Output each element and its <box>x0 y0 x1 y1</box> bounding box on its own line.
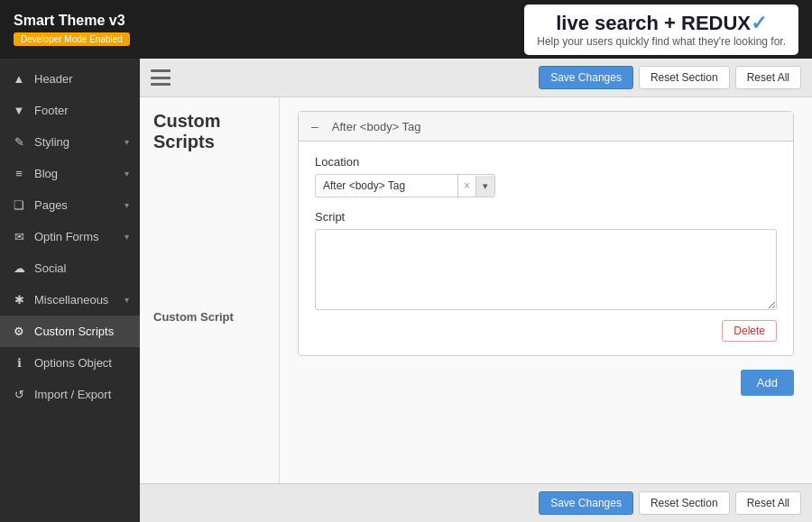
top-reset-all-button[interactable]: Reset All <box>735 66 801 89</box>
delete-button[interactable]: Delete <box>722 320 777 342</box>
footer-icon: ▼ <box>11 104 27 117</box>
script-card-body: Location After <body> Tag × ▾ Script Del… <box>299 142 793 355</box>
location-label: Location <box>315 155 777 169</box>
script-card-header: – After <body> Tag <box>299 112 793 142</box>
location-select-clear-button[interactable]: × <box>457 175 475 197</box>
optin-forms-arrow: ▾ <box>125 232 129 242</box>
bottom-action-bar: Save Changes Reset Section Reset All <box>140 483 812 522</box>
location-select-wrapper: After <body> Tag × ▾ <box>315 174 495 197</box>
styling-arrow: ▾ <box>125 137 129 147</box>
script-card: – After <body> Tag Location After <body>… <box>298 111 794 356</box>
section-content: – After <body> Tag Location After <body>… <box>280 97 812 483</box>
sidebar-label-miscellaneous: Miscellaneous <box>34 293 108 307</box>
script-label: Script <box>315 210 777 224</box>
page-heading: Custom Scripts <box>153 111 265 152</box>
sidebar-item-blog[interactable]: ≡ Blog ▾ <box>0 158 140 189</box>
sidebar-label-footer: Footer <box>34 104 69 117</box>
sidebar-label-header: Header <box>34 72 73 86</box>
location-select-dropdown-button[interactable]: ▾ <box>475 176 494 197</box>
sidebar-label-pages: Pages <box>34 198 68 212</box>
header-icon: ▲ <box>11 72 27 86</box>
sidebar-label-import-export: Import / Export <box>34 388 111 401</box>
sidebar-item-social[interactable]: ☁ Social <box>0 252 140 284</box>
section-label: Custom Script <box>153 310 265 324</box>
hamburger-line-1 <box>151 69 171 72</box>
ad-title: live search + REDUX✓ <box>537 12 786 35</box>
script-card-title: After <body> Tag <box>332 120 421 133</box>
social-icon: ☁ <box>11 261 27 275</box>
location-select-text: After <body> Tag <box>316 175 457 197</box>
pages-icon: ❑ <box>11 198 27 212</box>
sidebar-item-options-object[interactable]: ℹ Options Object <box>0 347 140 379</box>
bottom-reset-all-button[interactable]: Reset All <box>735 491 801 515</box>
sidebar-label-optin-forms: Optin Forms <box>34 230 99 243</box>
collapse-button[interactable]: – <box>311 119 318 133</box>
sidebar-label-styling: Styling <box>34 135 69 149</box>
hamburger-icon[interactable] <box>151 69 171 86</box>
sidebar-item-miscellaneous[interactable]: ✱ Miscellaneous ▾ <box>0 284 140 316</box>
ad-banner[interactable]: live search + REDUX✓ Help your users qui… <box>524 5 798 55</box>
sidebar: ▲ Header ▼ Footer ✎ Styling ▾ ≡ Blog ▾ ❑… <box>0 59 140 522</box>
import-export-icon: ↺ <box>11 388 27 401</box>
styling-icon: ✎ <box>11 135 27 149</box>
sidebar-label-custom-scripts: Custom Scripts <box>34 325 114 338</box>
sidebar-item-custom-scripts[interactable]: ⚙ Custom Scripts <box>0 316 140 347</box>
content-body: Custom Scripts Custom Script – After <bo… <box>140 97 812 483</box>
add-btn-wrapper: Add <box>298 370 794 396</box>
bottom-save-changes-button[interactable]: Save Changes <box>539 491 633 515</box>
sidebar-item-footer[interactable]: ▼ Footer <box>0 95 140 126</box>
theme-title-row: Smart Theme v3 <box>14 13 130 29</box>
blog-icon: ≡ <box>11 167 27 180</box>
sidebar-label-blog: Blog <box>34 167 58 180</box>
sidebar-label-options-object: Options Object <box>34 356 112 370</box>
sidebar-item-pages[interactable]: ❑ Pages ▾ <box>0 189 140 221</box>
sidebar-item-import-export[interactable]: ↺ Import / Export <box>0 379 140 410</box>
action-bar-left <box>151 69 171 86</box>
theme-name: Smart Theme v3 <box>14 13 125 28</box>
pages-arrow: ▾ <box>125 200 129 210</box>
blog-arrow: ▾ <box>125 169 129 179</box>
sidebar-item-header[interactable]: ▲ Header <box>0 63 140 95</box>
optin-forms-icon: ✉ <box>11 230 27 243</box>
dev-mode-badge: Developer Mode Enabled <box>14 32 130 46</box>
ad-subtitle: Help your users quickly find what they'r… <box>537 35 786 48</box>
theme-info: Smart Theme v3 Developer Mode Enabled <box>14 13 130 46</box>
top-save-changes-button[interactable]: Save Changes <box>539 66 633 89</box>
bottom-reset-section-button[interactable]: Reset Section <box>639 491 730 515</box>
top-action-bar: Save Changes Reset Section Reset All <box>140 59 812 97</box>
miscellaneous-icon: ✱ <box>11 293 27 307</box>
main-layout: ▲ Header ▼ Footer ✎ Styling ▾ ≡ Blog ▾ ❑… <box>0 59 812 522</box>
custom-scripts-icon: ⚙ <box>11 325 27 338</box>
top-reset-section-button[interactable]: Reset Section <box>639 66 730 89</box>
options-object-icon: ℹ <box>11 356 27 370</box>
hamburger-line-2 <box>151 77 171 79</box>
hamburger-line-3 <box>151 83 171 86</box>
content-area: Save Changes Reset Section Reset All Cus… <box>140 59 812 522</box>
script-textarea[interactable] <box>315 229 777 310</box>
add-button[interactable]: Add <box>741 370 794 396</box>
sidebar-label-social: Social <box>34 261 66 275</box>
sidebar-item-optin-forms[interactable]: ✉ Optin Forms ▾ <box>0 221 140 252</box>
top-bar: Smart Theme v3 Developer Mode Enabled li… <box>0 0 812 59</box>
miscellaneous-arrow: ▾ <box>125 295 129 305</box>
sidebar-item-styling[interactable]: ✎ Styling ▾ <box>0 126 140 158</box>
